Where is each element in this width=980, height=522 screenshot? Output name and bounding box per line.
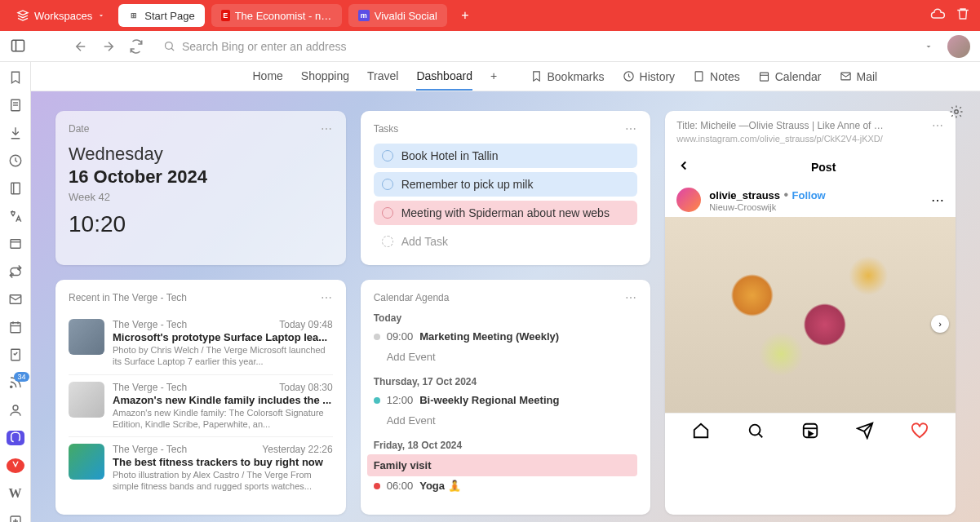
history-icon[interactable] (7, 153, 24, 168)
dashboard: Date⋯ Wednesday 16 October 2024 Week 42 … (31, 91, 980, 522)
date-time: 10:20 (69, 211, 333, 237)
sessions-icon[interactable] (7, 264, 24, 279)
feed-item[interactable]: The Verge - TechYesterday 22:26 The best… (69, 437, 333, 499)
agenda-widget: Calendar Agenda⋯ Today 09:00Marketing Me… (361, 280, 651, 515)
downloads-icon[interactable] (7, 126, 24, 140)
feed-headline: The best fitness trackers to buy right n… (113, 456, 333, 468)
panel-toggle-button[interactable] (10, 38, 28, 55)
trash-icon[interactable] (956, 7, 970, 24)
tab-vivaldi-social[interactable]: m Vivaldi Social (348, 4, 447, 27)
tab-economist[interactable]: E The Economist - news at y (211, 4, 342, 27)
widget-menu-icon[interactable]: ⋯ (321, 122, 333, 135)
nav-bookmarks[interactable]: Bookmarks (530, 64, 605, 90)
new-tab-button[interactable]: + (454, 4, 477, 27)
add-event-button[interactable]: Add Event (374, 346, 638, 368)
task-item[interactable]: Book Hotel in Tallin (374, 144, 638, 168)
dashboard-settings-icon[interactable] (949, 104, 964, 122)
reading-list-icon[interactable] (7, 98, 24, 113)
widget-menu-icon[interactable]: ⋯ (625, 291, 637, 304)
calendar-icon[interactable] (7, 320, 24, 334)
window-panel-icon[interactable] (7, 237, 24, 251)
task-label: Remember to pick up milk (401, 178, 534, 191)
user-avatar[interactable] (676, 188, 701, 212)
address-dropdown-icon[interactable] (920, 38, 938, 55)
svg-point-17 (10, 386, 11, 387)
profile-avatar[interactable] (947, 35, 970, 58)
location[interactable]: Nieuw-Crooswijk (709, 202, 825, 212)
task-checkbox[interactable] (382, 207, 393, 219)
translate-icon[interactable] (7, 209, 24, 223)
widget-title: Date (69, 123, 89, 135)
agenda-event[interactable]: 12:00Bi-weekly Regional Meeting (374, 391, 638, 409)
mastodon-icon[interactable] (7, 431, 24, 445)
vivaldi-icon[interactable] (7, 458, 24, 473)
widget-title: Tasks (374, 123, 399, 135)
nav-travel[interactable]: Travel (367, 63, 398, 91)
sync-icon[interactable] (929, 6, 946, 25)
svg-rect-23 (695, 72, 703, 81)
feed-item[interactable]: The Verge - TechToday 08:30 Amazon's new… (69, 375, 333, 438)
agenda-event[interactable]: 06:00Yoga 🧘 (374, 476, 638, 495)
notes-icon[interactable] (7, 181, 24, 196)
tab-favicon-icon: ⊞ (128, 10, 140, 21)
reels-icon[interactable] (801, 422, 819, 443)
feed-source: The Verge - Tech (113, 444, 187, 455)
nav-dashboard[interactable]: Dashboard (416, 63, 472, 91)
contacts-icon[interactable] (7, 403, 24, 418)
follow-button[interactable]: Follow (792, 189, 826, 201)
nav-calendar[interactable]: Calendar (758, 64, 822, 90)
agenda-event[interactable]: Family visit (367, 454, 638, 476)
feeds-icon[interactable]: 34 (7, 375, 24, 390)
feed-thumbnail (69, 444, 104, 480)
like-icon[interactable] (911, 422, 929, 443)
share-icon[interactable] (856, 422, 874, 443)
wikipedia-icon[interactable]: W (7, 486, 24, 501)
tab-label: The Economist - news at y (235, 10, 332, 22)
mail-icon[interactable] (7, 292, 24, 307)
nav-notes[interactable]: Notes (693, 64, 740, 90)
home-icon[interactable] (692, 422, 710, 443)
widget-title: Calendar Agenda (374, 292, 450, 303)
event-title: Bi-weekly Regional Meeting (419, 394, 559, 406)
back-button[interactable] (72, 38, 90, 55)
webpanel-widget: Title: Micheile —Olivie Strauss | Like A… (665, 111, 956, 515)
feed-item[interactable]: The Verge - TechToday 09:48 Microsoft's … (69, 312, 333, 375)
task-checkbox[interactable] (382, 150, 393, 161)
add-event-button[interactable]: Add Event (374, 409, 638, 431)
browser-tab-bar: Workspaces ⊞ Start Page E The Economist … (0, 0, 980, 31)
tasks-icon[interactable] (7, 347, 24, 362)
post-menu-icon[interactable]: ⋯ (931, 192, 944, 208)
svg-point-28 (750, 425, 760, 436)
next-image-button[interactable]: › (931, 315, 949, 333)
reload-button[interactable] (127, 38, 145, 55)
feed-widget: Recent in The Verge - Tech⋯ The Verge - … (55, 280, 346, 515)
nav-history[interactable]: History (623, 64, 676, 90)
address-placeholder: Search Bing or enter an address (182, 40, 347, 53)
forward-button[interactable] (100, 38, 118, 55)
username[interactable]: olivie_strauss (709, 189, 780, 201)
search-icon[interactable] (747, 422, 765, 443)
side-panel: 34 W (0, 62, 31, 522)
bookmarks-panel-icon[interactable] (7, 70, 24, 85)
tasks-widget: Tasks⋯ Book Hotel in Tallin Remember to … (361, 111, 651, 265)
widget-menu-icon[interactable]: ⋯ (625, 122, 637, 135)
feed-time: Today 08:30 (279, 382, 332, 393)
nav-home[interactable]: Home (253, 63, 283, 91)
task-item[interactable]: Meeting with Spiderman about new webs (374, 201, 638, 225)
task-checkbox[interactable] (382, 179, 393, 190)
address-input[interactable]: Search Bing or enter an address (155, 37, 910, 56)
task-item[interactable]: Remember to pick up milk (374, 172, 638, 197)
widget-menu-icon[interactable]: ⋯ (932, 119, 944, 132)
nav-shopping[interactable]: Shopping (301, 63, 349, 91)
workspaces-label: Workspaces (34, 10, 92, 22)
agenda-event[interactable]: 09:00Marketing Meeting (Weekly) (374, 327, 638, 346)
add-task-button[interactable]: Add Task (374, 229, 638, 254)
back-icon[interactable] (676, 158, 691, 176)
nav-add[interactable]: + (490, 63, 497, 91)
widget-menu-icon[interactable]: ⋯ (321, 291, 333, 304)
workspaces-button[interactable]: Workspaces (10, 6, 112, 25)
post-image[interactable]: › (665, 217, 956, 413)
nav-mail[interactable]: Mail (840, 64, 878, 90)
tab-start-page[interactable]: ⊞ Start Page (118, 4, 204, 27)
add-panel-icon[interactable] (7, 514, 24, 522)
